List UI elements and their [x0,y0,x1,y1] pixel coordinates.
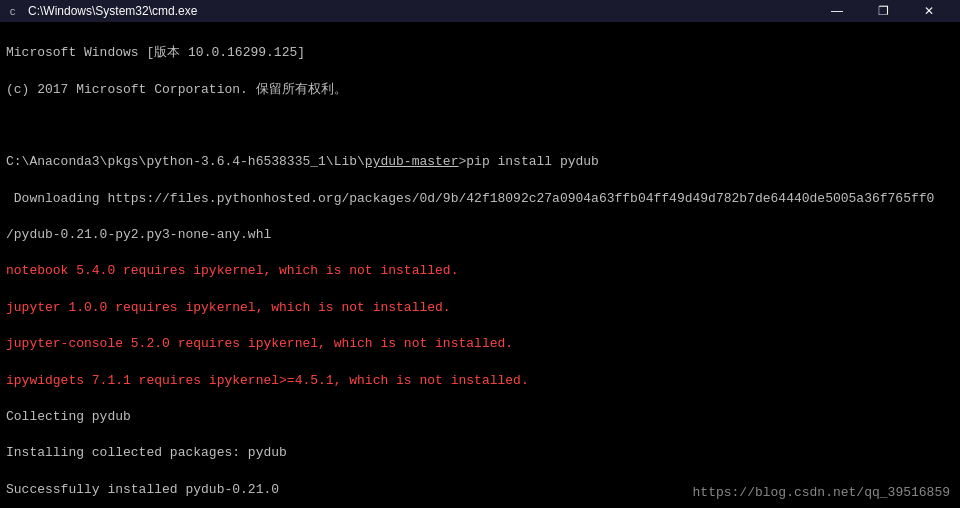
terminal-line: notebook 5.4.0 requires ipykernel, which… [6,262,954,280]
terminal-line: (c) 2017 Microsoft Corporation. 保留所有权利。 [6,81,954,99]
title-bar-controls: — ❐ ✕ [814,0,952,22]
terminal-line: Installing collected packages: pydub [6,444,954,462]
terminal-line: Downloading https://files.pythonhosted.o… [6,190,954,208]
title-bar-text: C:\Windows\System32\cmd.exe [28,4,814,18]
cmd-icon: C [8,4,22,18]
terminal-line: /pydub-0.21.0-py2.py3-none-any.whl [6,226,954,244]
watermark: https://blog.csdn.net/qq_39516859 [693,485,950,500]
cmd-window: C C:\Windows\System32\cmd.exe — ❐ ✕ Micr… [0,0,960,508]
terminal-line: jupyter-console 5.2.0 requires ipykernel… [6,335,954,353]
terminal-line: ipywidgets 7.1.1 requires ipykernel>=4.5… [6,372,954,390]
restore-button[interactable]: ❐ [860,0,906,22]
terminal-body[interactable]: Microsoft Windows [版本 10.0.16299.125] (c… [0,22,960,508]
terminal-line: Microsoft Windows [版本 10.0.16299.125] [6,44,954,62]
svg-text:C: C [10,7,16,18]
terminal-line: Collecting pydub [6,408,954,426]
terminal-line: jupyter 1.0.0 requires ipykernel, which … [6,299,954,317]
terminal-line [6,117,954,135]
title-bar: C C:\Windows\System32\cmd.exe — ❐ ✕ [0,0,960,22]
minimize-button[interactable]: — [814,0,860,22]
close-button[interactable]: ✕ [906,0,952,22]
terminal-line: C:\Anaconda3\pkgs\python-3.6.4-h6538335_… [6,153,954,171]
